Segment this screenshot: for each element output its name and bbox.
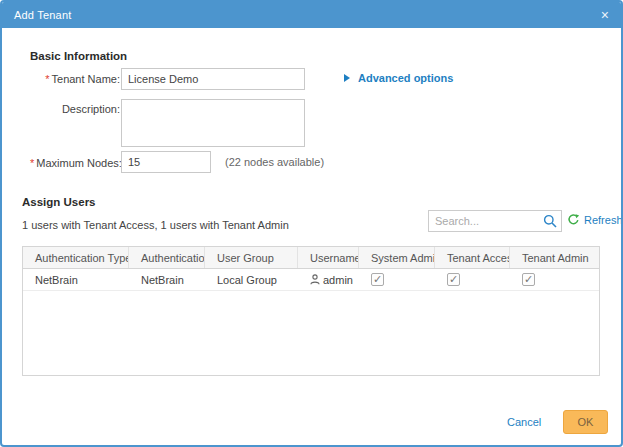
column-header-authentication-server[interactable]: Authentication Se... <box>129 247 205 268</box>
table-row[interactable]: NetBrain NetBrain Local Group admin <box>23 269 599 291</box>
add-tenant-dialog: Add Tenant × Basic Information *Tenant N… <box>0 0 623 447</box>
cell-system-admin <box>359 269 435 290</box>
cell-username: admin <box>298 269 359 290</box>
column-header-tenant-admin[interactable]: Tenant Admin <box>510 247 599 268</box>
cell-user-group: Local Group <box>205 269 298 290</box>
assign-users-table: Authentication Type Authentication Se...… <box>22 246 600 376</box>
maximum-nodes-input[interactable] <box>121 151 211 173</box>
column-header-tenant-access[interactable]: Tenant Access <box>435 247 510 268</box>
cell-authentication-type: NetBrain <box>23 269 129 290</box>
column-header-authentication-type[interactable]: Authentication Type <box>23 247 129 268</box>
tenant-admin-checkbox[interactable] <box>522 273 535 286</box>
assign-users-title: Assign Users <box>22 196 96 208</box>
search-input[interactable] <box>428 210 562 232</box>
cell-authentication-server: NetBrain <box>129 269 205 290</box>
user-icon <box>310 274 320 285</box>
cancel-button[interactable]: Cancel <box>507 416 541 428</box>
search-box <box>428 210 562 232</box>
refresh-icon <box>567 213 580 226</box>
description-label: Description: <box>30 103 120 115</box>
dialog-title: Add Tenant <box>14 9 71 21</box>
close-icon[interactable]: × <box>601 2 609 28</box>
tenant-name-label: *Tenant Name: <box>30 73 120 85</box>
required-asterisk: * <box>30 157 34 169</box>
refresh-label: Refresh <box>584 214 623 226</box>
advanced-options-label: Advanced options <box>358 72 453 84</box>
advanced-options-link[interactable]: Advanced options <box>344 72 453 84</box>
cell-tenant-access <box>435 269 510 290</box>
description-textarea[interactable] <box>121 99 305 147</box>
tenant-name-input[interactable] <box>121 68 305 90</box>
expand-right-icon <box>344 74 350 82</box>
refresh-button[interactable]: Refresh <box>567 213 623 226</box>
system-admin-checkbox[interactable] <box>371 273 384 286</box>
maximum-nodes-label: *Maximum Nodes: <box>30 157 120 169</box>
search-icon[interactable] <box>543 214 557 230</box>
tenant-access-checkbox[interactable] <box>447 273 460 286</box>
column-header-username[interactable]: Username <box>298 247 359 268</box>
nodes-available-note: (22 nodes available) <box>225 156 324 168</box>
assign-users-summary: 1 users with Tenant Access, 1 users with… <box>22 219 289 231</box>
required-asterisk: * <box>45 73 49 85</box>
basic-information-title: Basic Information <box>30 50 127 62</box>
column-header-system-admin[interactable]: System Admin <box>359 247 435 268</box>
dialog-titlebar: Add Tenant × <box>2 2 621 28</box>
table-header-row: Authentication Type Authentication Se...… <box>23 247 599 269</box>
column-header-user-group[interactable]: User Group <box>205 247 298 268</box>
cell-tenant-admin <box>510 269 599 290</box>
ok-button[interactable]: OK <box>563 410 608 434</box>
